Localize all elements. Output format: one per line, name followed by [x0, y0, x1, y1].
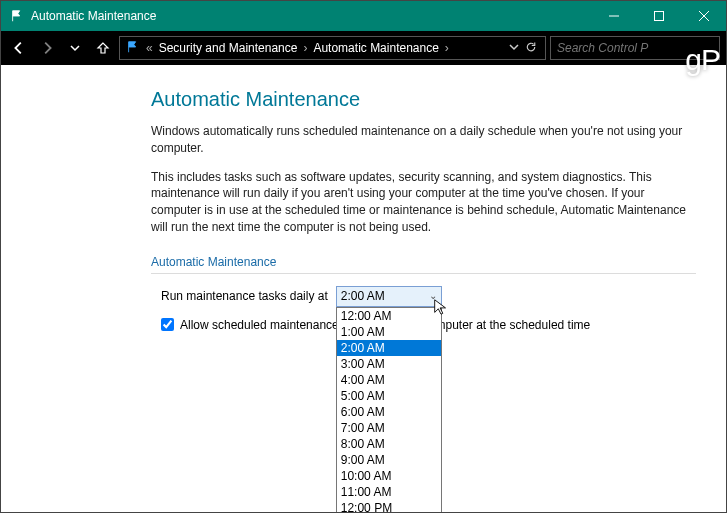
dropdown-option[interactable]: 8:00 AM: [337, 436, 441, 452]
run-tasks-label: Run maintenance tasks daily at: [151, 288, 328, 305]
dropdown-option[interactable]: 9:00 AM: [337, 452, 441, 468]
dropdown-option[interactable]: 4:00 AM: [337, 372, 441, 388]
chevron-right-icon: ›: [445, 41, 449, 55]
dropdown-option[interactable]: 12:00 PM: [337, 500, 441, 513]
address-bar[interactable]: « Security and Maintenance › Automatic M…: [119, 36, 546, 60]
watermark-logo: gP: [685, 43, 720, 77]
maximize-button[interactable]: [636, 1, 681, 31]
dropdown-option[interactable]: 10:00 AM: [337, 468, 441, 484]
breadcrumb-item[interactable]: Security and Maintenance: [155, 41, 302, 55]
breadcrumb-prefix: «: [146, 41, 153, 55]
close-button[interactable]: [681, 1, 726, 31]
dropdown-option[interactable]: 11:00 AM: [337, 484, 441, 500]
divider: [151, 273, 696, 274]
dropdown-option[interactable]: 5:00 AM: [337, 388, 441, 404]
chevron-right-icon: ›: [303, 41, 307, 55]
flag-icon: [9, 8, 25, 24]
section-label: Automatic Maintenance: [151, 254, 696, 271]
time-dropdown[interactable]: 2:00 AM ⌄ 12:00 AM1:00 AM2:00 AM3:00 AM4…: [336, 286, 442, 307]
dropdown-selected[interactable]: 2:00 AM ⌄: [336, 286, 442, 307]
flag-icon: [126, 40, 140, 57]
up-button[interactable]: [91, 36, 115, 60]
description-text: This includes tasks such as software upd…: [151, 169, 696, 236]
refresh-icon[interactable]: [525, 41, 537, 56]
navigation-bar: « Security and Maintenance › Automatic M…: [1, 31, 726, 65]
dropdown-option[interactable]: 3:00 AM: [337, 356, 441, 372]
chevron-down-icon: ⌄: [429, 289, 437, 303]
main-content: Automatic Maintenance Windows automatica…: [1, 65, 726, 353]
window-titlebar: Automatic Maintenance: [1, 1, 726, 31]
back-button[interactable]: [7, 36, 31, 60]
dropdown-option[interactable]: 1:00 AM: [337, 324, 441, 340]
chevron-down-icon[interactable]: [509, 41, 519, 55]
window-controls: [591, 1, 726, 31]
dropdown-option[interactable]: 7:00 AM: [337, 420, 441, 436]
description-text: Windows automatically runs scheduled mai…: [151, 123, 696, 157]
history-dropdown-button[interactable]: [63, 36, 87, 60]
page-title: Automatic Maintenance: [151, 85, 696, 113]
breadcrumb-item[interactable]: Automatic Maintenance: [309, 41, 442, 55]
window-title: Automatic Maintenance: [31, 9, 591, 23]
maintenance-time-row: Run maintenance tasks daily at 2:00 AM ⌄…: [151, 286, 696, 307]
dropdown-option[interactable]: 6:00 AM: [337, 404, 441, 420]
dropdown-option[interactable]: 2:00 AM: [337, 340, 441, 356]
wake-checkbox[interactable]: [161, 318, 174, 331]
dropdown-selected-value: 2:00 AM: [341, 288, 385, 305]
minimize-button[interactable]: [591, 1, 636, 31]
dropdown-list[interactable]: 12:00 AM1:00 AM2:00 AM3:00 AM4:00 AM5:00…: [336, 307, 442, 513]
dropdown-option[interactable]: 12:00 AM: [337, 308, 441, 324]
svg-rect-1: [654, 12, 663, 21]
forward-button[interactable]: [35, 36, 59, 60]
